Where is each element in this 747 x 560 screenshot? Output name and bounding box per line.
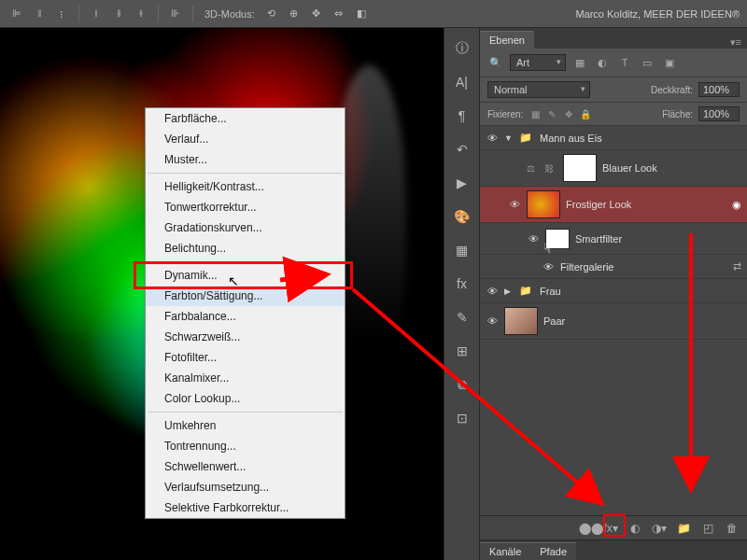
fill-input[interactable]: 100% [698,106,740,121]
mode3d-label: 3D-Modus: [204,8,255,20]
visibility-icon[interactable]: 👁 [486,315,499,327]
layers-blend-row: Normal Deckkraft: 100% [480,77,747,103]
menu-item[interactable]: Tonwertkorrektur... [146,197,345,217]
divider [78,6,79,22]
layer-fx-icon[interactable]: fx▾ [603,522,618,535]
search-icon[interactable]: 🔍 [487,54,504,71]
layer-blauer-look[interactable]: ⚖ ⛓ Blauer Look [480,150,747,187]
user-label: Marco Kolditz, MEER DER IDEEN® [575,8,740,20]
brush-icon[interactable]: ✎ [451,306,473,329]
styles-icon[interactable]: fx [451,273,473,295]
visibility-icon[interactable]: 👁 [486,133,499,144]
history-icon[interactable]: ↶ [451,138,473,161]
delete-layer-icon[interactable]: 🗑 [725,522,740,535]
panel-menu-icon[interactable]: ▾≡ [725,36,747,49]
lock-all-icon[interactable]: 🔒 [579,107,592,120]
channels-tab[interactable]: Kanäle [480,542,530,560]
menu-item[interactable]: Dynamik... [146,265,345,286]
clone-icon[interactable]: ⧉ [451,373,473,396]
smart-object-icon: ◉ [732,199,741,211]
lock-pixels-icon[interactable]: ✎ [545,107,558,120]
camera-icon[interactable]: ◧ [352,5,371,23]
visibility-icon[interactable]: 👁 [486,286,499,297]
filter-smart-icon[interactable]: ▣ [661,54,678,71]
filter-adjust-icon[interactable]: ◐ [594,54,611,71]
disclosure-icon[interactable]: ▼ [504,133,514,143]
orbit-icon[interactable]: ⟲ [262,5,281,23]
align-center-icon[interactable]: ⫴ [30,5,49,23]
layer-paar[interactable]: 👁 Paar [480,303,747,340]
opacity-input[interactable]: 100% [698,82,740,97]
menu-item[interactable]: Color Lookup... [146,388,345,409]
menu-item-hue-saturation[interactable]: Farbton/Sättigung... [146,286,345,306]
paragraph-icon[interactable]: ¶ [451,105,473,127]
distribute-icon-3[interactable]: ⫳ [132,5,150,23]
visibility-icon[interactable]: 👁 [527,233,540,245]
actions-icon[interactable]: ▶ [451,172,473,194]
blend-mode-dropdown[interactable]: Normal [487,81,590,98]
distribute-icon-2[interactable]: ⫵ [109,5,128,23]
character-icon[interactable]: A| [451,71,473,93]
layer-group-mann[interactable]: 👁 ▼ 📁 Mann aus Eis [480,126,747,150]
menu-item[interactable]: Helligkeit/Kontrast... [146,176,345,197]
distribute-icon[interactable]: ⫲ [87,5,106,23]
visibility-icon[interactable]: 👁 [508,199,521,210]
filter-kind-dropdown[interactable]: Art [510,54,566,71]
canvas[interactable]: Farbfläche... Verlauf... Muster... Helli… [0,28,444,560]
opacity-label: Deckkraft: [651,85,693,95]
lock-transparency-icon[interactable]: ▦ [529,107,542,120]
slide-icon[interactable]: ⇔ [330,5,348,23]
disclosure-icon[interactable]: ▶ [504,287,514,296]
swatches-icon[interactable]: ▦ [451,239,473,261]
menu-item[interactable]: Schwellenwert... [146,456,345,477]
layer-name: Blauer Look [602,162,741,174]
menu-item[interactable]: Umkehren [146,415,345,436]
layer-name: Mann aus Eis [540,133,741,144]
menu-item[interactable]: Farbfläche... [146,108,345,129]
lock-position-icon[interactable]: ✥ [562,107,575,120]
menu-item[interactable]: Kanalmixer... [146,368,345,388]
filter-shape-icon[interactable]: ▭ [639,54,655,71]
menu-item[interactable]: Fotofilter... [146,347,345,368]
distribute-h-icon[interactable]: ⊪ [166,5,185,23]
pan-icon[interactable]: ✥ [307,5,326,23]
edit-filter-icon[interactable]: ⇄ [733,260,741,273]
menu-item[interactable]: Tontrennung... [146,436,345,456]
menu-item[interactable]: Schwarzweiß... [146,327,345,347]
filter-pixel-icon[interactable]: ▦ [571,54,588,71]
paths-tab[interactable]: Pfade [530,542,576,560]
new-adjustment-icon[interactable]: ◑▾ [652,522,667,535]
layer-frostiger-look[interactable]: 👁 Frostiger Look ◉ [480,187,747,223]
layer-smartfilter[interactable]: 👁 Smartfilter [480,223,747,255]
menu-item[interactable]: Selektive Farbkorrektur... [146,497,345,518]
layer-mask-thumb[interactable] [563,154,597,182]
menu-item[interactable]: Gradationskurven... [146,217,345,238]
divider [192,6,193,22]
menu-item[interactable]: Verlauf... [146,129,345,149]
layers-tab[interactable]: Ebenen [480,31,534,49]
new-group-icon[interactable]: 📁 [676,522,691,535]
link-layers-icon[interactable]: ⬤⬤ [579,522,594,535]
filter-type-icon[interactable]: T [616,54,633,71]
color-icon[interactable]: 🎨 [451,205,473,228]
visibility-icon[interactable]: 👁 [542,261,555,273]
roll-icon[interactable]: ⊕ [285,5,303,23]
menu-item[interactable]: Verlaufsumsetzung... [146,477,345,497]
menu-item[interactable]: Farbbalance... [146,306,345,327]
menu-item[interactable]: Belichtung... [146,238,345,259]
divider [158,6,159,22]
layer-filtergalerie[interactable]: 👁 Filtergalerie ⇄ [480,255,747,279]
navigator-icon[interactable]: ⊡ [451,407,473,429]
layer-thumb[interactable] [504,307,538,335]
adjustment-layer-menu: Farbfläche... Verlauf... Muster... Helli… [145,107,345,519]
lock-label: Fixieren: [487,109,523,119]
brush-preset-icon[interactable]: ⊞ [451,340,473,362]
layer-thumb[interactable] [527,190,560,218]
align-left-icon[interactable]: ⊫ [7,5,26,23]
new-layer-icon[interactable]: ◰ [700,522,715,535]
layer-group-frau[interactable]: 👁 ▶ 📁 Frau [480,279,747,303]
add-mask-icon[interactable]: ◐ [627,522,642,535]
info-icon[interactable]: ⓘ [451,37,473,60]
menu-item[interactable]: Muster... [146,149,345,170]
align-right-icon[interactable]: ⫶ [52,5,71,23]
